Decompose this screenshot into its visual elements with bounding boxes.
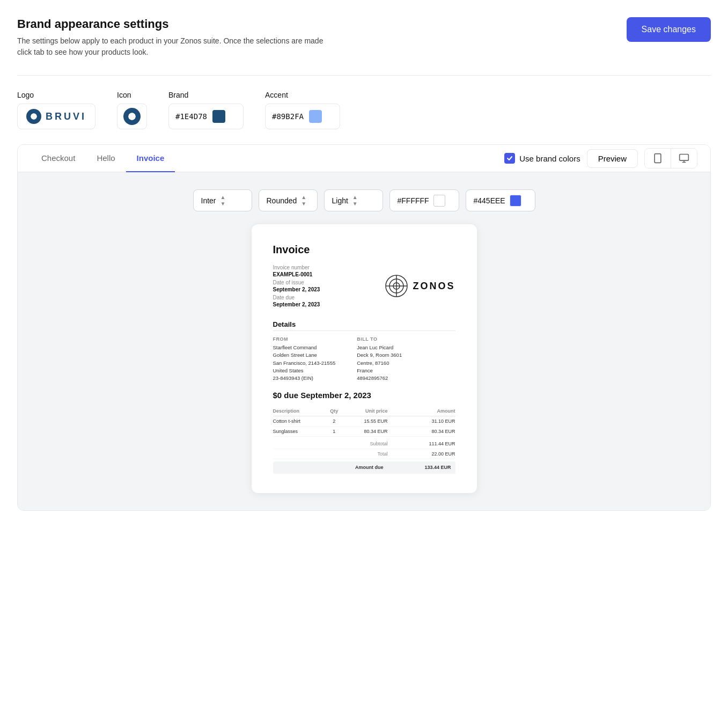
- bg-color-control[interactable]: #FFFFFF: [389, 189, 459, 211]
- invoice-table-header-row: Description Qty Unit price Amount: [273, 406, 455, 416]
- col-unit-price: Unit price: [342, 406, 387, 416]
- use-brand-colors-label: Use brand colors: [519, 154, 580, 163]
- brand-color-field: Brand #1E4D78: [168, 91, 244, 129]
- row-amount: 80.34 EUR: [388, 427, 455, 437]
- subtotal-value: 111.44 EUR: [388, 439, 455, 449]
- theme-value: Light: [332, 196, 348, 205]
- invoice-number-value: EXAMPLE-0001: [273, 271, 320, 277]
- logo-field: Logo BRUVI: [17, 91, 95, 129]
- desktop-view-button[interactable]: [671, 149, 697, 168]
- invoice-header-row: Invoice number EXAMPLE-0001 Date of issu…: [273, 265, 455, 307]
- row-qty: 2: [326, 416, 342, 427]
- accent-color-label: Accent: [265, 91, 340, 99]
- row-desc: Cotton t-shirt: [273, 416, 327, 427]
- icon-preview[interactable]: [117, 104, 147, 129]
- tabs-list: Checkout Hello Invoice: [31, 145, 175, 172]
- invoice-table-header: Description Qty Unit price Amount: [273, 406, 455, 416]
- save-button[interactable]: Save changes: [627, 17, 711, 42]
- invoice-table: Description Qty Unit price Amount Cotton…: [273, 406, 455, 474]
- invoice-document: Invoice Invoice number EXAMPLE-0001 Date…: [252, 224, 477, 493]
- font-value: Inter: [201, 196, 216, 205]
- invoice-due-value: September 2, 2023: [273, 302, 320, 307]
- accent-color-control[interactable]: #445EEE: [466, 189, 535, 211]
- font-select-arrows: ▲ ▼: [220, 194, 226, 207]
- invoice-number-label: Invoice number: [273, 265, 320, 270]
- header-text: Brand appearance settings The settings b…: [17, 17, 339, 58]
- icon-field: Icon: [117, 91, 147, 129]
- font-controls: Inter ▲ ▼ Rounded ▲ ▼ Light ▲ ▼: [35, 189, 693, 211]
- invoice-logo: ZONOS: [385, 265, 455, 307]
- border-style-select[interactable]: Rounded ▲ ▼: [259, 189, 318, 211]
- brand-icon-circle: [123, 108, 141, 125]
- logo-brand-text: BRUVI: [46, 111, 86, 122]
- use-brand-colors-toggle[interactable]: Use brand colors: [504, 153, 580, 164]
- use-brand-colors-checkbox[interactable]: [504, 153, 515, 164]
- desktop-icon: [679, 153, 689, 164]
- row-unit: 15.55 EUR: [342, 416, 387, 427]
- row-amount: 31.10 EUR: [388, 416, 455, 427]
- page-title: Brand appearance settings: [17, 17, 339, 31]
- logo-preview[interactable]: BRUVI: [17, 104, 95, 129]
- invoice-bill-to-label: BILL TO: [357, 336, 402, 342]
- col-amount: Amount: [388, 406, 455, 416]
- invoice-bill-to-address: Jean Luc Picard Deck 9, Room 3601 Centre…: [357, 344, 402, 382]
- invoice-from-label: FROM: [273, 336, 336, 342]
- mobile-view-button[interactable]: [645, 149, 671, 168]
- total-value: 22.00 EUR: [388, 449, 455, 459]
- invoice-bill-to-col: BILL TO Jean Luc Picard Deck 9, Room 360…: [357, 336, 402, 382]
- amount-due-value: 133.44 EUR: [388, 461, 455, 474]
- brand-color-swatch: [212, 110, 225, 123]
- invoice-details-title: Details: [273, 320, 455, 331]
- font-select[interactable]: Inter ▲ ▼: [193, 189, 252, 211]
- bg-color-value: #FFFFFF: [398, 196, 429, 205]
- col-qty: Qty: [326, 406, 342, 416]
- section-divider: [17, 75, 711, 76]
- invoice-issue-value: September 2, 2023: [273, 287, 320, 292]
- invoice-doc-title: Invoice: [273, 244, 455, 256]
- border-style-arrows: ▲ ▼: [301, 194, 306, 207]
- invoice-accent-swatch: [510, 195, 521, 207]
- row-qty: 1: [326, 427, 342, 437]
- brand-settings-row: Logo BRUVI Icon Brand #1E4D78 Accent #89…: [17, 91, 711, 129]
- svg-rect-2: [680, 155, 689, 161]
- invoice-issue-row: Date of issue September 2, 2023: [273, 280, 320, 292]
- subtotal-row: Subtotal 111.44 EUR: [273, 439, 455, 449]
- accent-color-field: Accent #89B2FA: [265, 91, 340, 129]
- tab-hello[interactable]: Hello: [86, 145, 126, 172]
- view-toggle: [644, 148, 697, 168]
- invoice-from-col: FROM Starfleet Command Golden Street Lan…: [273, 336, 336, 382]
- brand-color-picker[interactable]: #1E4D78: [168, 104, 244, 129]
- accent-color-value: #89B2FA: [272, 112, 304, 121]
- icon-label: Icon: [117, 91, 147, 99]
- border-style-value: Rounded: [267, 196, 297, 205]
- page-header: Brand appearance settings The settings b…: [17, 17, 711, 58]
- svg-rect-0: [655, 154, 661, 163]
- zonos-brand-text: ZONOS: [413, 281, 455, 292]
- invoice-due-amount: $0 due September 2, 2023: [273, 391, 455, 400]
- brand-color-value: #1E4D78: [175, 112, 207, 121]
- row-desc: Sunglasses: [273, 427, 327, 437]
- theme-arrows: ▲ ▼: [352, 194, 358, 207]
- tab-invoice[interactable]: Invoice: [126, 145, 175, 172]
- accent-color-picker[interactable]: #89B2FA: [265, 104, 340, 129]
- invoice-preview-area: Inter ▲ ▼ Rounded ▲ ▼ Light ▲ ▼: [18, 172, 710, 510]
- invoice-accent-value: #445EEE: [474, 196, 505, 205]
- theme-select[interactable]: Light ▲ ▼: [324, 189, 383, 211]
- preview-button[interactable]: Preview: [587, 149, 638, 168]
- amount-due-row: Amount due 133.44 EUR: [273, 461, 455, 474]
- invoice-from-address: Starfleet Command Golden Street Lane San…: [273, 344, 336, 382]
- invoice-table-body: Cotton t-shirt 2 15.55 EUR 31.10 EUR Sun…: [273, 416, 455, 474]
- mobile-icon: [652, 153, 663, 164]
- logo-label: Logo: [17, 91, 95, 99]
- amount-due-label: Amount due: [273, 461, 388, 474]
- checkmark-icon: [506, 155, 513, 162]
- tab-checkout[interactable]: Checkout: [31, 145, 86, 172]
- invoice-address-row: FROM Starfleet Command Golden Street Lan…: [273, 336, 455, 382]
- subtotal-label: Subtotal: [273, 439, 388, 449]
- invoice-meta: Invoice number EXAMPLE-0001 Date of issu…: [273, 265, 320, 307]
- table-row: Cotton t-shirt 2 15.55 EUR 31.10 EUR: [273, 416, 455, 427]
- bg-color-swatch: [433, 195, 445, 207]
- invoice-issue-label: Date of issue: [273, 280, 320, 285]
- logo-circle-inner: [31, 113, 37, 120]
- tabs-container: Checkout Hello Invoice Use brand colors …: [17, 144, 711, 511]
